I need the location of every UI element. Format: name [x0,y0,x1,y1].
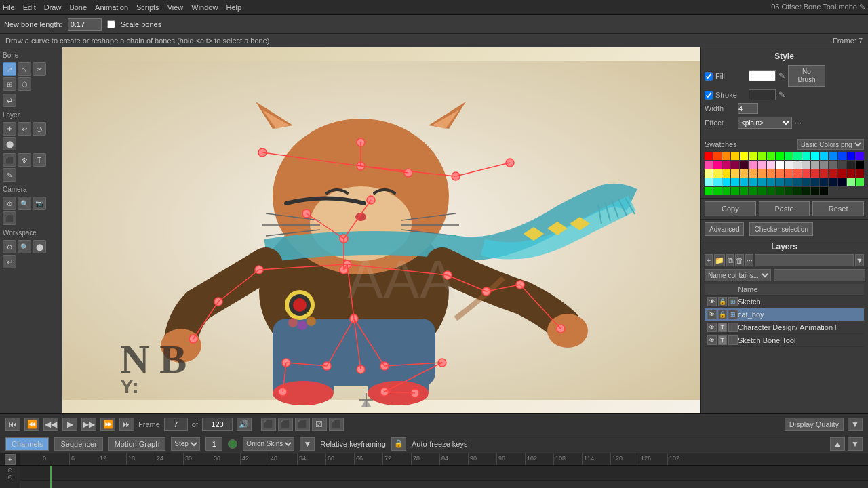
camera-tool-3[interactable]: ⬛ [3,211,16,225]
swatch-cell[interactable] [758,161,766,169]
bone-length-input[interactable] [68,18,102,30]
layers-folder-button[interactable]: 📁 [714,254,725,266]
layer-tool-0[interactable]: ✚ [3,122,16,136]
tl-stepfwd-btn[interactable]: ▶▶ [81,418,96,431]
swatch-cell[interactable] [749,187,757,195]
swatch-cell[interactable] [731,187,739,195]
swatch-cell[interactable] [713,169,722,178]
swatch-cell[interactable] [785,161,793,169]
layers-search-input[interactable] [755,254,854,266]
timeline-down-btn[interactable]: ▼ [848,437,863,451]
swatch-cell[interactable] [820,187,828,195]
swatch-cell[interactable] [722,161,730,169]
bone-tool-0[interactable]: ↗ [3,62,16,76]
swatch-cell[interactable] [705,161,713,169]
swatch-cell[interactable] [713,161,722,169]
layers-name-filter-input[interactable] [774,269,865,281]
swatch-cell[interactable] [838,169,846,178]
layer-item-sketchbone[interactable]: 👁 T Sketch Bone Tool [705,334,864,347]
swatch-cell[interactable] [820,161,828,169]
swatch-cell[interactable] [838,152,846,160]
swatch-cell[interactable] [758,152,766,160]
swatch-cell[interactable] [785,187,793,195]
layers-delete-button[interactable]: 🗑 [735,254,744,266]
relative-keyframing-icon[interactable]: 🔒 [391,437,406,451]
swatch-cell[interactable] [705,169,713,178]
layers-search-btn[interactable]: ▼ [855,254,864,266]
swatch-cell[interactable] [740,187,748,195]
swatches-file-select[interactable]: Basic Colors.png [797,139,864,150]
tl-audio-btn[interactable]: 🔊 [237,418,252,431]
swatch-cell[interactable] [722,187,730,195]
layer-tool-4[interactable]: ⬛ [3,153,16,167]
layer-tool-5[interactable]: ⚙ [18,153,31,167]
swatch-cell[interactable] [847,169,855,178]
swatch-cell[interactable] [713,187,722,195]
swatch-cell[interactable] [802,152,810,160]
camera-tool-2[interactable]: 📷 [33,197,46,210]
menu-edit[interactable]: Edit [23,3,36,12]
swatch-cell[interactable] [722,152,730,160]
stroke-edit-icon[interactable]: ✎ [778,90,785,100]
swatch-cell[interactable] [793,152,802,160]
tl-end-btn[interactable]: ⏭ [119,418,134,431]
layer-item-chardesign[interactable]: 👁 T Character Design/ Animation l [705,321,864,334]
menu-window[interactable]: Window [191,3,218,12]
swatch-cell[interactable] [811,178,819,186]
track-icon-2[interactable]: ⊙ [7,474,13,481]
view-btn-4[interactable]: ☑ [312,418,327,431]
menu-view[interactable]: View [167,3,184,12]
swatch-cell[interactable] [793,178,802,186]
swatch-cell[interactable] [785,169,793,178]
swatch-cell[interactable] [802,161,810,169]
frame-input[interactable] [164,418,188,431]
stroke-checkbox[interactable] [705,91,713,100]
channels-tab[interactable]: Channels [5,437,49,451]
onion-skins-select[interactable]: Onion Skins [243,437,294,451]
menu-animation[interactable]: Animation [95,3,128,12]
swatch-cell[interactable] [820,178,828,186]
swatch-cell[interactable] [776,187,784,195]
swatch-cell[interactable] [776,178,784,186]
tl-prev-btn[interactable]: ⏪ [24,418,39,431]
swatch-cell[interactable] [731,178,739,186]
layers-filter-select[interactable]: Name contains... [705,269,771,281]
swatch-cell[interactable] [838,161,846,169]
layer-visible-icon-4[interactable]: 👁 [707,336,717,345]
swatch-cell[interactable] [811,169,819,178]
layer-tool-6[interactable]: T [33,153,46,167]
motion-graph-tab[interactable]: Motion Graph [108,437,166,451]
swatch-cell[interactable] [802,187,810,195]
view-btn-2[interactable]: ⬛ [278,418,293,431]
camera-tool-0[interactable]: ⊙ [3,197,16,210]
swatch-cell[interactable] [758,178,766,186]
bone-tool-2[interactable]: ✂ [33,62,46,76]
bone-tool-3[interactable]: ⊞ [3,77,16,91]
swatch-cell[interactable] [776,161,784,169]
swatch-cell[interactable] [767,169,775,178]
workspace-tool-0[interactable]: ⊙ [3,240,16,253]
swatch-cell[interactable] [722,169,730,178]
timeline-up-btn[interactable]: ▲ [830,437,845,451]
step-select[interactable]: Step [171,437,200,451]
effect-more-icon[interactable]: ··· [795,118,802,127]
swatch-cell[interactable] [731,169,739,178]
fill-edit-icon[interactable]: ✎ [778,71,785,81]
swatch-cell[interactable] [847,152,855,160]
sequencer-tab[interactable]: Sequencer [54,437,102,451]
layer-tool-3[interactable]: ⬤ [3,137,16,150]
layer-tool-2[interactable]: ⭯ [33,122,46,136]
swatch-cell[interactable] [829,169,837,178]
workspace-tool-2[interactable]: ⬤ [33,240,46,253]
tl-stepback-btn[interactable]: ◀◀ [43,418,58,431]
swatch-cell[interactable] [829,152,837,160]
add-track-btn[interactable]: + [5,454,16,465]
view-btn-1[interactable]: ⬛ [261,418,276,431]
swatch-cell[interactable] [811,152,819,160]
menu-help[interactable]: Help [226,3,241,12]
swatch-cell[interactable] [829,161,837,169]
total-frames-input[interactable] [202,418,233,431]
swatch-cell[interactable] [820,169,828,178]
view-btn-5[interactable]: ⬛ [329,418,344,431]
fill-color-swatch[interactable] [749,70,776,81]
